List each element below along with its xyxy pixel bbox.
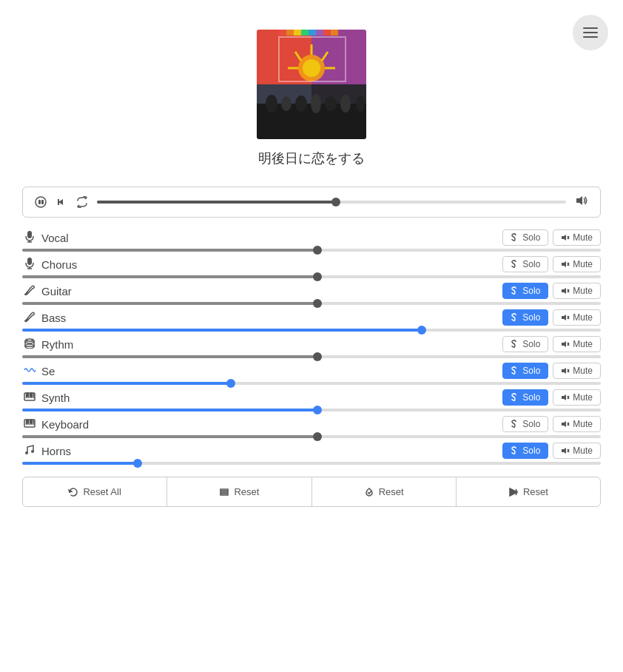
svg-marker-111: [69, 490, 72, 492]
track-slider-thumb-guitar: [313, 299, 322, 308]
track-header-bass: Bass Solo Mute: [22, 309, 601, 326]
solo-button-keyboard[interactable]: Solo: [502, 416, 548, 432]
track-controls-synth: Solo Mute: [502, 389, 601, 406]
reset-label-2: Reset: [379, 486, 404, 497]
track-slider-fill-bass: [22, 329, 422, 332]
track-slider-fill-se: [22, 382, 231, 385]
solo-button-guitar[interactable]: Solo: [502, 283, 548, 299]
svg-point-57: [27, 318, 29, 320]
svg-marker-60: [562, 315, 566, 320]
mute-button-synth[interactable]: Mute: [553, 389, 601, 406]
solo-button-vocal[interactable]: Solo: [502, 229, 548, 246]
svg-rect-85: [31, 393, 33, 397]
prev-button[interactable]: [55, 196, 67, 208]
svg-marker-48: [562, 261, 566, 267]
svg-rect-26: [316, 30, 323, 36]
svg-rect-23: [294, 30, 301, 36]
track-slider-thumb-se: [226, 379, 235, 388]
track-row: Synth Solo Mute: [22, 389, 601, 411]
svg-marker-88: [562, 394, 566, 400]
footer-bar: Reset All Reset Reset Reset: [22, 477, 601, 507]
svg-rect-28: [331, 30, 338, 36]
album-art-section: 明後日に恋をする: [0, 15, 623, 175]
track-name-keyboard: Keyboard: [41, 418, 502, 431]
svg-rect-112: [220, 489, 228, 491]
track-controls-keyboard: Solo Mute: [502, 416, 601, 432]
svg-point-19: [340, 95, 351, 112]
track-icon-keyboard: [22, 418, 37, 431]
track-slider-rythm[interactable]: [22, 355, 601, 358]
mute-button-chorus[interactable]: Mute: [553, 256, 601, 272]
track-name-horns: Horns: [41, 445, 502, 457]
track-slider-se[interactable]: [22, 382, 601, 385]
mute-button-se[interactable]: Mute: [553, 363, 601, 379]
solo-button-chorus[interactable]: Solo: [502, 256, 548, 272]
header: [0, 0, 623, 15]
menu-button[interactable]: [573, 15, 608, 50]
svg-point-17: [311, 94, 321, 113]
svg-rect-113: [220, 491, 228, 493]
solo-button-synth[interactable]: Solo: [502, 389, 548, 406]
track-slider-chorus[interactable]: [22, 275, 601, 278]
track-slider-horns[interactable]: [22, 462, 601, 465]
progress-fill: [97, 201, 336, 204]
track-slider-synth[interactable]: [22, 409, 601, 411]
mute-button-keyboard[interactable]: Mute: [553, 416, 601, 432]
track-slider-guitar[interactable]: [22, 302, 601, 305]
svg-marker-108: [562, 448, 566, 454]
mute-button-horns[interactable]: Mute: [553, 443, 601, 459]
repeat-button[interactable]: [76, 196, 88, 208]
track-controls-chorus: Solo Mute: [502, 256, 601, 272]
progress-bar[interactable]: [97, 201, 566, 204]
track-icon-bass: [22, 311, 37, 325]
solo-button-rythm[interactable]: Solo: [502, 336, 548, 352]
svg-point-20: [356, 95, 365, 112]
svg-point-18: [325, 96, 337, 111]
reset-button-1[interactable]: Reset: [167, 477, 312, 506]
reset-all-button[interactable]: Reset All: [23, 477, 167, 506]
track-row: Se Solo Mute: [22, 363, 601, 385]
track-controls-rythm: Solo Mute: [502, 336, 601, 352]
track-slider-keyboard[interactable]: [22, 435, 601, 438]
track-slider-vocal[interactable]: [22, 249, 601, 252]
track-slider-thumb-bass: [417, 326, 426, 335]
album-art-image: [257, 30, 366, 139]
svg-rect-27: [323, 30, 331, 36]
track-name-se: Se: [41, 365, 502, 377]
track-slider-fill-chorus: [22, 275, 317, 278]
solo-button-se[interactable]: Solo: [502, 363, 548, 379]
track-slider-bass[interactable]: [22, 329, 601, 332]
track-name-bass: Bass: [41, 312, 502, 324]
reset-label-3: Reset: [523, 486, 548, 497]
track-icon-guitar: [22, 284, 37, 298]
mute-button-rythm[interactable]: Mute: [553, 336, 601, 352]
mute-button-guitar[interactable]: Mute: [553, 283, 601, 299]
mute-button-bass[interactable]: Mute: [553, 309, 601, 326]
svg-rect-35: [27, 231, 32, 238]
svg-point-51: [27, 292, 29, 294]
track-slider-fill-keyboard: [22, 435, 317, 438]
track-slider-thumb-chorus: [313, 272, 322, 281]
track-header-synth: Synth Solo Mute: [22, 389, 601, 406]
solo-button-bass[interactable]: Solo: [502, 309, 548, 326]
track-slider-thumb-keyboard: [313, 432, 322, 441]
reset-button-2[interactable]: Reset: [312, 477, 457, 506]
svg-rect-43: [27, 258, 32, 265]
svg-point-105: [31, 450, 34, 453]
track-controls-vocal: Solo Mute: [502, 229, 601, 246]
svg-marker-34: [576, 196, 582, 205]
track-header-keyboard: Keyboard Solo Mute: [22, 416, 601, 432]
track-slider-fill-guitar: [22, 302, 317, 305]
track-icon-se: [22, 365, 37, 377]
track-row: Chorus Solo Mute: [22, 256, 601, 278]
reset-label-1: Reset: [234, 486, 259, 497]
track-header-horns: Horns Solo Mute: [22, 443, 601, 459]
svg-rect-25: [309, 30, 316, 36]
svg-rect-33: [58, 199, 59, 205]
mute-button-vocal[interactable]: Mute: [553, 229, 601, 246]
reset-button-3[interactable]: Reset: [457, 477, 600, 506]
solo-button-horns[interactable]: Solo: [502, 443, 548, 459]
play-button[interactable]: [35, 196, 47, 208]
svg-rect-98: [31, 420, 33, 423]
track-icon-horns: [22, 444, 37, 458]
